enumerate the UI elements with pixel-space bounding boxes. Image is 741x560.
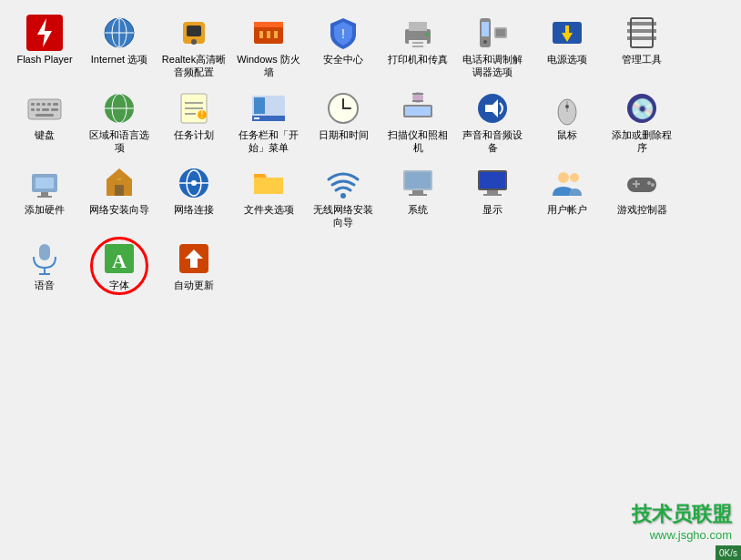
- speech-icon: [26, 240, 63, 277]
- admin-tools-icon: [624, 15, 660, 51]
- wireless-setup-icon: [325, 165, 361, 201]
- icon-power-options[interactable]: 电源选项: [530, 9, 604, 85]
- svg-rect-10: [254, 22, 283, 27]
- region-language-label: 区域和语言选项: [86, 128, 153, 155]
- icon-network-connections[interactable]: 网络连接: [157, 159, 231, 235]
- display-label: 显示: [482, 203, 502, 216]
- icon-add-hardware[interactable]: 添加硬件: [7, 159, 82, 235]
- icon-auto-update[interactable]: 自动更新: [157, 235, 231, 297]
- svg-rect-33: [31, 103, 35, 106]
- svg-text:A: A: [112, 249, 127, 272]
- sounds-audio-icon: [474, 90, 511, 127]
- system-label: 系统: [408, 203, 428, 216]
- internet-options-icon: [101, 15, 137, 51]
- svg-rect-83: [405, 172, 431, 188]
- svg-point-81: [340, 193, 346, 199]
- add-remove-programs-icon: 💿: [624, 90, 660, 127]
- svg-rect-36: [47, 103, 51, 106]
- icon-security-center[interactable]: !安全中心: [306, 9, 381, 85]
- icon-datetime[interactable]: 日期和时间: [306, 85, 381, 160]
- icon-taskbar-start[interactable]: 任务栏和「开始」菜单: [231, 85, 306, 160]
- icon-network-setup[interactable]: 网络安装向导: [82, 159, 157, 235]
- display-icon: [474, 165, 511, 201]
- svg-rect-40: [42, 108, 49, 111]
- svg-text:💿: 💿: [630, 97, 655, 121]
- statusbar: 0K/s: [716, 545, 741, 560]
- icon-internet-options[interactable]: Internet 选项: [82, 9, 157, 85]
- windows-firewall-icon: [250, 15, 287, 51]
- watermark-line1: 技术员联盟: [632, 501, 732, 528]
- svg-point-80: [191, 180, 197, 186]
- printers-label: 打印机和传真: [388, 53, 448, 66]
- taskbar-start-label: 任务栏和「开始」菜单: [235, 128, 302, 155]
- svg-rect-94: [635, 180, 637, 188]
- svg-rect-75: [115, 185, 124, 196]
- network-setup-label: 网络安装向导: [89, 203, 149, 216]
- scheduled-tasks-icon: !: [176, 90, 212, 127]
- datetime-icon: [325, 90, 361, 127]
- icon-system[interactable]: 系统: [381, 159, 455, 235]
- svg-rect-41: [51, 108, 58, 111]
- scanner-camera-label: 扫描仪和照相机: [384, 128, 452, 155]
- icon-sounds-audio[interactable]: 声音和音频设备: [455, 85, 530, 160]
- statusbar-text: 0K/s: [719, 548, 737, 558]
- icon-wireless-setup[interactable]: 无线网络安装向导: [306, 159, 381, 235]
- svg-point-95: [647, 181, 651, 185]
- svg-rect-74: [37, 196, 52, 198]
- svg-point-20: [425, 33, 429, 36]
- svg-rect-19: [412, 46, 423, 47]
- icon-keyboard[interactable]: 键盘: [7, 85, 82, 160]
- user-accounts-icon: [549, 165, 585, 201]
- svg-rect-18: [412, 42, 423, 44]
- add-remove-programs-label: 添加或删除程序: [608, 128, 675, 155]
- taskbar-start-icon: [250, 90, 287, 127]
- svg-rect-38: [31, 108, 35, 111]
- svg-rect-89: [483, 194, 502, 196]
- windows-firewall-label: Windows 防火墙: [235, 53, 302, 79]
- icon-region-language[interactable]: 区域和语言选项: [82, 85, 157, 160]
- svg-text:!: !: [201, 109, 204, 119]
- icon-user-accounts[interactable]: 用户帐户: [530, 159, 604, 235]
- network-connections-label: 网络连接: [174, 203, 214, 216]
- icon-speech[interactable]: 语音: [7, 235, 82, 297]
- datetime-label: 日期和时间: [319, 128, 369, 141]
- folder-options-label: 文件夹选项: [244, 203, 294, 216]
- realtek-audio-label: Realtek高清晰音频配置: [160, 53, 228, 79]
- svg-rect-16: [409, 22, 427, 31]
- system-icon: [400, 165, 436, 201]
- icon-add-remove-programs[interactable]: 💿添加或删除程序: [604, 85, 679, 160]
- svg-point-91: [570, 173, 579, 182]
- svg-rect-54: [254, 97, 265, 114]
- icon-windows-firewall[interactable]: Windows 防火墙: [231, 9, 306, 85]
- icon-display[interactable]: 显示: [455, 159, 530, 235]
- scheduled-tasks-label: 任务计划: [174, 128, 214, 141]
- icon-phone-modem[interactable]: 电话和调制解调器选项: [455, 9, 530, 85]
- security-center-label: 安全中心: [323, 53, 363, 66]
- svg-rect-73: [41, 192, 48, 196]
- phone-modem-icon: [474, 15, 511, 51]
- icon-scanner-camera[interactable]: 扫描仪和照相机: [381, 85, 455, 160]
- icon-admin-tools[interactable]: 管理工具: [604, 9, 679, 85]
- auto-update-icon: [176, 240, 212, 277]
- fonts-icon: A: [101, 240, 137, 277]
- icon-realtek-audio[interactable]: Realtek高清晰音频配置: [157, 9, 231, 85]
- icon-game-controllers[interactable]: 游戏控制器: [604, 159, 679, 235]
- svg-rect-72: [36, 178, 54, 188]
- svg-rect-7: [187, 25, 201, 36]
- icon-printers[interactable]: 打印机和传真: [381, 9, 455, 85]
- svg-rect-85: [409, 194, 427, 196]
- mouse-label: 鼠标: [557, 128, 577, 141]
- region-language-icon: [101, 90, 137, 127]
- icon-fonts[interactable]: A字体: [82, 235, 157, 297]
- mouse-icon: [549, 90, 585, 127]
- fonts-label: 字体: [109, 279, 129, 291]
- icon-flash-player[interactable]: Flash Player: [7, 9, 82, 85]
- admin-tools-label: 管理工具: [622, 53, 662, 66]
- icon-grid: Flash PlayerInternet 选项Realtek高清晰音频配置Win…: [7, 9, 734, 297]
- icon-mouse[interactable]: 鼠标: [530, 85, 604, 160]
- icon-folder-options[interactable]: 文件夹选项: [231, 159, 306, 235]
- svg-rect-55: [254, 117, 259, 119]
- flash-player-icon: [26, 15, 63, 51]
- game-controllers-icon: [624, 165, 660, 201]
- icon-scheduled-tasks[interactable]: !任务计划: [157, 85, 231, 160]
